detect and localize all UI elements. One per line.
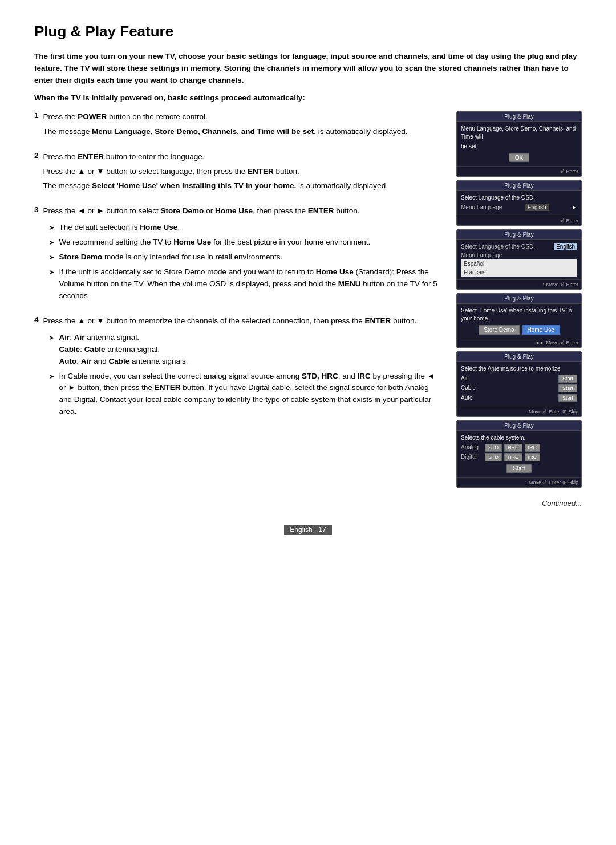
step-4-content: Press the ▲ or ▼ button to memorize the … [43,315,439,421]
tv-panels: Plug & Play Menu Language, Store Demo, C… [456,111,582,488]
cable-start-row: Start [461,464,577,473]
tv-panel-1-line1: Menu Language, Store Demo, Channels, and… [461,125,577,141]
step-2-line2: Press the ▲ or ▼ button to select langua… [43,166,439,178]
tv-panel-3-header: Plug & Play [457,230,581,240]
step-4-bullet-1: Air: Air antenna signal.Cable: Cable ant… [49,332,439,368]
step-3-content: Press the ◄ or ► button to select Store … [43,205,439,304]
tv-panel-3-footer: ↕ Move ⏎ Enter [457,279,581,289]
step-4-bullet-2: In Cable mode, you can select the correc… [49,371,439,419]
tv-panel-6-body: Selects the cable system. Analog STD HRC… [457,431,581,477]
step-4-line1: Press the ▲ or ▼ button to memorize the … [43,315,439,327]
tv-panel-2: Plug & Play Select Language of the OSD. … [456,180,582,226]
step-1-number: 1 [34,111,39,120]
cable-analog-row: Analog STD HRC IRC [461,444,577,452]
tv-panel-3-lang-row: Menu Language [461,252,577,258]
tv-panel-1-btn-row: OK [461,153,577,162]
tv-panel-2-body: Select Language of the OSD. Menu Languag… [457,191,581,216]
tv-panel-2-lang-row: Menu Language English ► [461,204,577,211]
tv-panel-3-selected: English [554,243,577,250]
step-1-content: Press the POWER button on the remote con… [43,111,439,141]
cable-digital-irc[interactable]: IRC [525,453,541,461]
page-number-label: English - 17 [284,525,331,535]
step-3-bullet-3: Store Demo mode is only intended for use… [49,251,439,263]
step-3-bullet-1: The default selection is Home Use. [49,222,439,234]
antenna-auto-start[interactable]: Start [558,394,577,402]
main-layout: 1 Press the POWER button on the remote c… [34,111,582,488]
cable-analog-std[interactable]: STD [485,444,502,452]
step-1-line1: Press the POWER button on the remote con… [43,111,439,123]
page-footer: English - 17 [34,525,582,535]
antenna-row-cable: Cable Start [461,384,577,392]
tv-panel-5-footer: ↕ Move ⏎ Enter ⊞ Skip [457,407,581,416]
tv-panel-3-dd-item-1: Español [461,259,577,268]
tv-panel-3-menu-label: Menu Language [461,252,502,258]
antenna-row-auto: Auto Start [461,394,577,402]
continued-text: Continued... [34,499,582,507]
tv-panel-6-header: Plug & Play [457,421,581,431]
tv-panel-4-buttons: Store Demo Home Use [461,325,577,335]
antenna-cable-start[interactable]: Start [558,384,577,392]
cable-analog-irc[interactable]: IRC [525,444,541,452]
cable-start-button[interactable]: Start [506,464,531,473]
step-2: 2 Press the ENTER button to enter the la… [34,151,439,196]
ok-button[interactable]: OK [509,153,529,162]
tv-panel-4-footer: ◄► Move ⏎ Enter [457,338,581,347]
cable-digital-hrc[interactable]: HRC [504,453,522,461]
antenna-auto-label: Auto [461,395,473,401]
tv-panel-5-header: Plug & Play [457,352,581,362]
tv-panel-2-footer: ⏎ Enter [457,216,581,225]
tv-panel-3-subtitle: Select Language of the OSD. [461,243,535,250]
antenna-air-label: Air [461,375,468,381]
steps-content: 1 Press the POWER button on the remote c… [34,111,439,431]
antenna-air-start[interactable]: Start [558,375,577,383]
tv-panel-1: Plug & Play Menu Language, Store Demo, C… [456,111,582,177]
tv-panel-2-arrow: ► [572,204,577,210]
step-4-number: 4 [34,315,39,324]
step-2-content: Press the ENTER button to enter the lang… [43,151,439,196]
store-demo-button[interactable]: Store Demo [479,325,519,335]
tv-panel-2-menu-label: Menu Language [461,204,502,210]
cable-digital-std[interactable]: STD [485,453,502,461]
tv-panel-3-dropdown: Español Français [461,259,577,277]
tv-panel-1-footer: ⏎ Enter [457,166,581,176]
step-4: 4 Press the ▲ or ▼ button to memorize th… [34,315,439,421]
tv-panel-6-footer: ↕ Move ⏎ Enter ⊞ Skip [457,477,581,487]
step-2-line3: The message Select 'Home Use' when insta… [43,180,439,192]
tv-panel-6-text: Selects the cable system. [461,434,577,442]
tv-panel-1-line2: be set. [461,143,577,151]
tv-panel-3: Plug & Play Select Language of the OSD. … [456,229,582,290]
antenna-row-air: Air Start [461,375,577,383]
tv-panel-4-body: Select 'Home Use' when installing this T… [457,304,581,338]
tv-panel-6: Plug & Play Selects the cable system. An… [456,420,582,488]
tv-panel-4-text: Select 'Home Use' when installing this T… [461,307,577,323]
step-3-bullet-2: We recommend setting the TV to Home Use … [49,237,439,249]
tv-panel-1-header: Plug & Play [457,112,581,122]
step-3-bullet-4: If the unit is accidentally set to Store… [49,266,439,302]
step-1: 1 Press the POWER button on the remote c… [34,111,439,141]
tv-panel-2-subtitle: Select Language of the OSD. [461,194,577,202]
step-3-number: 3 [34,205,39,214]
tv-panel-3-sub-row: Select Language of the OSD. English [461,243,577,250]
tv-panel-4-header: Plug & Play [457,294,581,304]
step-3: 3 Press the ◄ or ► button to select Stor… [34,205,439,304]
step-1-line2: The message Menu Language, Store Demo, C… [43,126,439,138]
step-3-line1: Press the ◄ or ► button to select Store … [43,205,439,217]
tv-panel-2-menu-value: English [525,204,549,211]
cable-analog-label: Analog [461,444,483,450]
tv-panel-5: Plug & Play Select the Antenna source to… [456,351,582,417]
tv-panel-4: Plug & Play Select 'Home Use' when insta… [456,293,582,348]
page-title: Plug & Play Feature [34,23,582,40]
step-2-line1: Press the ENTER button to enter the lang… [43,151,439,163]
cable-analog-hrc[interactable]: HRC [504,444,522,452]
cable-digital-label: Digital [461,454,483,460]
antenna-cable-label: Cable [461,385,476,391]
step-4-bullets: Air: Air antenna signal.Cable: Cable ant… [43,332,439,418]
home-use-button[interactable]: Home Use [522,325,560,335]
tv-panel-3-body: Select Language of the OSD. English Menu… [457,240,581,279]
when-line: When the TV is initially powered on, bas… [34,94,582,102]
intro-paragraph: The first time you turn on your new TV, … [34,51,582,87]
cable-digital-row: Digital STD HRC IRC [461,453,577,461]
step-3-bullets: The default selection is Home Use. We re… [43,222,439,302]
step-2-number: 2 [34,151,39,160]
tv-panel-5-body: Select the Antenna source to memorize Ai… [457,362,581,407]
